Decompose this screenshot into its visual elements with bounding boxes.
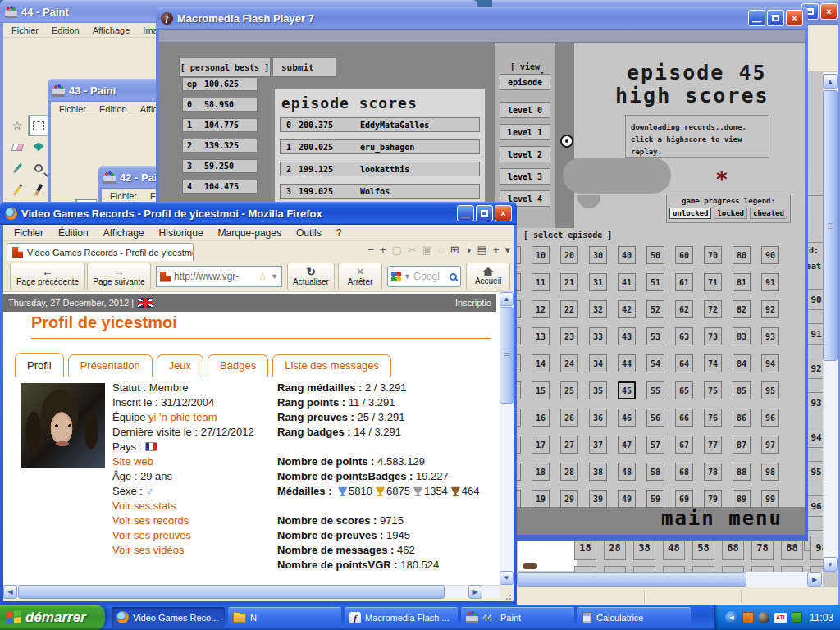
search-field[interactable]: ▼ Googl (387, 266, 461, 287)
episode-cell-63[interactable]: 63 (675, 327, 693, 345)
close-button[interactable]: × (495, 205, 512, 221)
stop-button[interactable]: × Arrêter (338, 262, 382, 290)
episode-cell-13[interactable]: 13 (532, 327, 550, 345)
episode-cell-15[interactable]: 15 (532, 381, 550, 399)
new-window-icon[interactable]: ⊞ (450, 244, 459, 256)
legend-cheated-button[interactable]: cheated (750, 208, 788, 219)
episode-cell-85[interactable]: 85 (733, 381, 751, 399)
episode-cell-30[interactable]: 30 (589, 246, 607, 264)
episode-cell-29[interactable]: 29 (560, 490, 578, 508)
episode-cell-66[interactable]: 66 (675, 409, 693, 427)
episode-cell-22[interactable]: 22 (560, 300, 578, 318)
episode-cell-78[interactable]: 78 (704, 463, 722, 481)
resize-grip[interactable] (500, 585, 514, 599)
uk-flag-icon[interactable] (138, 298, 153, 308)
episode-cell-62[interactable]: 62 (675, 300, 693, 318)
start-button[interactable]: démarrer (0, 605, 105, 630)
scroll-right-button[interactable]: ▶ (468, 585, 482, 599)
episode-cell-32[interactable]: 32 (589, 300, 607, 318)
url-dropdown-icon[interactable]: ▼ (271, 272, 278, 281)
legend-unlocked-button[interactable]: unlocked (669, 208, 711, 219)
episode-cell-21[interactable]: 21 (560, 273, 578, 291)
search-magnifier-icon[interactable] (450, 273, 457, 281)
episode-cell-81[interactable]: 81 (733, 273, 751, 291)
episode-cell-80[interactable]: 80 (733, 246, 751, 264)
episode-cell-79[interactable]: 79 (704, 490, 722, 508)
episode-cell-26[interactable]: 26 (560, 409, 578, 427)
episode-cell-87[interactable]: 87 (733, 436, 751, 454)
browser-tab[interactable]: Video Games Records - Profil de yicestmo… (7, 243, 194, 261)
url-field[interactable]: http://www.vgr- ☆ ▼ (156, 266, 282, 287)
fill-tool[interactable] (28, 136, 49, 158)
episode-cell-40[interactable]: 40 (618, 246, 636, 264)
episode-cell-82[interactable]: 82 (733, 300, 751, 318)
tab-liste-des-messages[interactable]: Liste des messages (272, 354, 391, 377)
episode-cell-20[interactable]: 20 (560, 246, 578, 264)
taskbar-item-paint[interactable]: 44 - Paint (461, 607, 574, 628)
episode-cell-73[interactable]: 73 (704, 327, 722, 345)
episode-cell-90[interactable]: 90 (761, 246, 779, 264)
episode-cell-11[interactable]: 11 (532, 273, 550, 291)
episode-score-row[interactable]: 2199.125lookatthis (280, 162, 480, 176)
tab-badges[interactable]: Badges (208, 354, 268, 377)
episode-cell-31[interactable]: 31 (589, 273, 607, 291)
tray-utility-icon[interactable] (758, 612, 769, 623)
menu-item-Fichier[interactable]: Fichier (7, 227, 51, 239)
submit-button[interactable]: submit (272, 57, 336, 77)
close-button[interactable]: × (786, 10, 803, 26)
episode-cell-27[interactable]: 27 (560, 436, 578, 454)
plus-icon[interactable]: + (380, 244, 386, 256)
menu-item-Historique[interactable]: Historique (152, 227, 211, 239)
plus-2-icon[interactable]: + (493, 244, 500, 256)
episode-cell-51[interactable]: 51 (646, 273, 664, 291)
scroll-right-button[interactable]: ▶ (807, 572, 822, 587)
search-engine-dropdown-icon[interactable]: ▼ (404, 272, 411, 281)
clipboard-icon[interactable]: ▢ (392, 244, 402, 256)
scroll-up-button[interactable]: ▲ (823, 74, 838, 89)
dropdown-icon[interactable]: ▾ (504, 244, 510, 256)
menu-item-edition[interactable]: Edition (45, 25, 86, 35)
episode-cell-43[interactable]: 43 (618, 327, 636, 345)
episode-cell-19[interactable]: 19 (532, 490, 550, 508)
episode-cell-24[interactable]: 24 (560, 354, 578, 372)
episode-cell-76[interactable]: 76 (704, 409, 722, 427)
view-level-2-button[interactable]: level 2 (500, 146, 550, 162)
maximize-button[interactable] (767, 10, 784, 26)
episode-cell-35[interactable]: 35 (589, 381, 607, 399)
episode-cell-68[interactable]: 68 (675, 463, 693, 481)
episode-cell-41[interactable]: 41 (618, 273, 636, 291)
eraser-tool[interactable] (7, 136, 28, 158)
scroll-down-button[interactable]: ▼ (823, 557, 838, 572)
ati-tray-icon[interactable]: ATI (774, 613, 788, 623)
menu-item-edition[interactable]: Edition (93, 104, 134, 114)
episode-cell-16[interactable]: 16 (532, 409, 550, 427)
view-episode-button[interactable]: episode (500, 74, 550, 90)
firefox-titlebar[interactable]: Video Games Records - Profil de yicestmo… (0, 202, 517, 225)
episode-cell-52[interactable]: 52 (646, 300, 664, 318)
minus-icon[interactable]: − (368, 244, 374, 256)
episode-cell-84[interactable]: 84 (733, 354, 751, 372)
copy-icon[interactable]: ▣ (422, 244, 432, 256)
home-button[interactable]: Accueil (466, 262, 510, 290)
print-icon[interactable]: ▤ (477, 244, 487, 256)
episode-cell-14[interactable]: 14 (532, 354, 550, 372)
episode-cell-59[interactable]: 59 (646, 490, 664, 508)
episode-cell-74[interactable]: 74 (704, 354, 722, 372)
profile-link[interactable]: Voir ses records (112, 514, 189, 527)
episode-cell-83[interactable]: 83 (733, 327, 751, 345)
tab-jeux[interactable]: Jeux (157, 354, 203, 377)
profile-link[interactable]: yi 'n phie team (148, 411, 217, 423)
scroll-left-button[interactable]: ◀ (3, 585, 17, 599)
episode-cell-46[interactable]: 46 (618, 409, 636, 427)
episode-cell-95[interactable]: 95 (761, 381, 779, 399)
episode-cell-42[interactable]: 42 (618, 300, 636, 318)
episode-cell-54[interactable]: 54 (646, 354, 664, 372)
bookmark-star-icon[interactable]: ☆ (258, 271, 267, 283)
menu-item-?[interactable]: ? (329, 227, 349, 239)
episode-cell-47[interactable]: 47 (618, 436, 636, 454)
close-button[interactable]: × (820, 3, 838, 20)
loading-icon[interactable]: ◌ (438, 244, 445, 256)
back-button[interactable]: ← Page précédente (10, 262, 85, 290)
eyedropper-tool[interactable] (7, 158, 28, 179)
episode-cell-56[interactable]: 56 (646, 409, 664, 427)
